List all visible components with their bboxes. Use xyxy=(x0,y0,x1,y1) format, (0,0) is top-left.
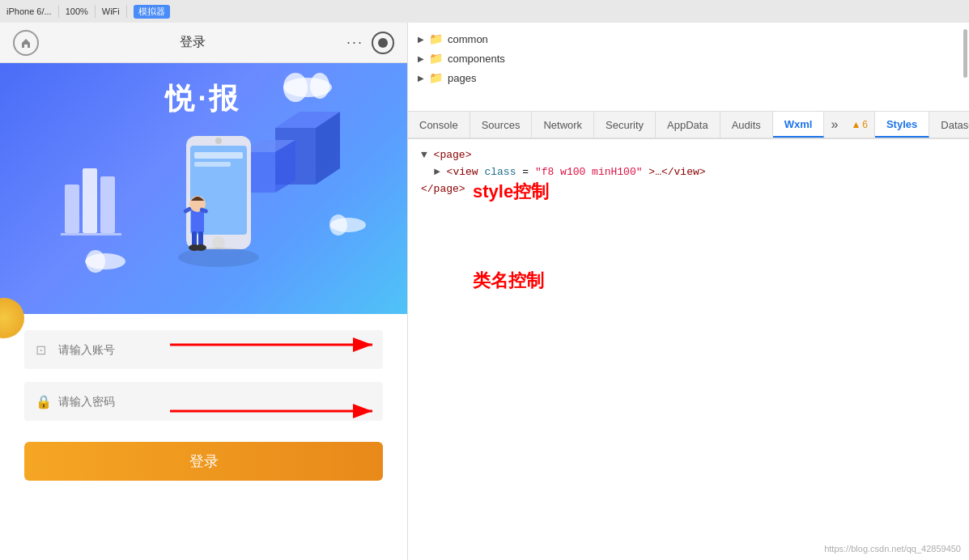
tab-more[interactable]: » xyxy=(824,112,844,138)
svg-rect-19 xyxy=(194,152,243,159)
record-button[interactable] xyxy=(372,32,394,54)
hero-illustration xyxy=(0,63,407,314)
login-form-area: ⊡ 🔒 登录 xyxy=(0,314,407,560)
tab-label: Sources xyxy=(482,119,521,131)
svg-rect-7 xyxy=(83,168,97,233)
tab-appdata[interactable]: AppData xyxy=(656,112,720,138)
mode-label[interactable]: 模拟器 xyxy=(134,5,170,19)
svg-point-12 xyxy=(310,73,329,99)
code-line-2: ► <view class = "f8 w100 minH100" >…</vi… xyxy=(421,164,956,181)
folder-name: components xyxy=(448,53,505,65)
phone-app: 悦·报 xyxy=(0,63,407,560)
home-button[interactable] xyxy=(13,30,39,56)
attr-value: "f8 w100 minH100" xyxy=(535,166,643,178)
tab-label: AppData xyxy=(667,119,708,131)
separator xyxy=(58,5,59,18)
folder-name: common xyxy=(448,33,488,45)
phone-header: 登录 ··· xyxy=(0,23,407,63)
hero-banner: 悦·报 xyxy=(0,63,407,314)
code-area: ▼ <page> ► <view class = "f8 w100 minH10… xyxy=(408,139,969,560)
record-inner xyxy=(378,38,388,48)
page-title: 登录 xyxy=(180,34,206,51)
svg-rect-9 xyxy=(61,233,121,235)
separator xyxy=(95,5,96,18)
account-input[interactable] xyxy=(24,330,383,369)
svg-point-31 xyxy=(195,244,206,251)
expand-arrow: ▶ xyxy=(418,54,424,63)
svg-rect-24 xyxy=(191,209,204,233)
svg-point-11 xyxy=(283,73,308,102)
expand-arrow: ▶ xyxy=(418,35,424,44)
zoom-label[interactable]: 100% xyxy=(66,6,88,16)
warning-icon: ▲ xyxy=(851,119,861,130)
tab-label: Security xyxy=(606,119,644,131)
devtools-tabs: Console Sources Network Security AppData… xyxy=(408,112,969,139)
tag-close-page: </page> xyxy=(421,183,465,195)
main-area: 登录 ··· 悦·报 xyxy=(0,23,969,560)
svg-point-14 xyxy=(86,250,105,273)
tab-label: Network xyxy=(543,119,582,131)
code-line-1: ▼ <page> xyxy=(421,147,956,164)
tab-console[interactable]: Console xyxy=(408,112,470,138)
tab-audits[interactable]: Audits xyxy=(720,112,773,138)
tab-label: Dataset xyxy=(941,119,969,131)
folder-icon: 📁 xyxy=(429,71,443,84)
phone-panel: 登录 ··· 悦·报 xyxy=(0,23,407,560)
tab-label: Audits xyxy=(732,119,761,131)
network-label[interactable]: WiFi xyxy=(102,6,120,16)
file-tree: ▶ 📁 common ▶ 📁 components ▶ 📁 pages xyxy=(408,23,969,112)
tab-label: Styles xyxy=(886,118,917,130)
device-label[interactable]: iPhone 6/... xyxy=(6,6,52,16)
tab-sources[interactable]: Sources xyxy=(470,112,533,138)
warning-count: 6 xyxy=(862,119,868,130)
svg-point-22 xyxy=(212,236,225,249)
devtools-panel: ▶ 📁 common ▶ 📁 components ▶ 📁 pages Cons… xyxy=(407,23,969,560)
password-input-group: 🔒 xyxy=(24,382,383,421)
folder-icon: 📁 xyxy=(429,52,443,65)
svg-point-23 xyxy=(178,248,259,267)
expand-arrow: ▶ xyxy=(418,74,424,83)
top-bar: iPhone 6/... 100% WiFi 模拟器 xyxy=(0,0,969,23)
phone-header-actions: ··· xyxy=(346,32,394,54)
collapse-triangle[interactable]: ▼ xyxy=(421,149,434,161)
scrollbar-thumb[interactable] xyxy=(963,29,967,78)
tab-label: Wxml xyxy=(784,118,813,130)
tag-close: > xyxy=(465,149,472,161)
folder-name: pages xyxy=(448,72,476,84)
password-input[interactable] xyxy=(24,382,383,421)
login-button[interactable]: 登录 xyxy=(24,442,383,481)
tab-styles[interactable]: Styles xyxy=(875,112,929,138)
account-input-group: ⊡ xyxy=(24,330,383,369)
lock-icon: 🔒 xyxy=(36,394,52,409)
account-icon: ⊡ xyxy=(36,342,46,358)
tab-network[interactable]: Network xyxy=(532,112,594,138)
tree-item-pages[interactable]: ▶ 📁 pages xyxy=(408,68,969,87)
tree-item-common[interactable]: ▶ 📁 common xyxy=(408,29,969,49)
tab-dataset[interactable]: Dataset xyxy=(929,112,969,138)
home-icon xyxy=(20,37,32,49)
svg-rect-20 xyxy=(194,162,231,167)
svg-point-16 xyxy=(329,214,347,235)
tab-warnings[interactable]: ▲ 6 xyxy=(844,112,874,138)
separator xyxy=(126,5,127,18)
tag-name: view xyxy=(453,166,478,178)
svg-point-21 xyxy=(215,138,222,144)
svg-rect-6 xyxy=(65,185,79,233)
tab-label: Console xyxy=(419,119,458,131)
code-line-3: </page> xyxy=(421,181,956,198)
more-button[interactable]: ··· xyxy=(346,34,363,51)
tab-wxml[interactable]: Wxml xyxy=(773,112,825,138)
watermark: https://blog.csdn.net/qq_42859450 xyxy=(824,544,961,554)
tab-security[interactable]: Security xyxy=(594,112,656,138)
svg-rect-8 xyxy=(100,176,115,233)
expand-triangle[interactable]: ► xyxy=(434,166,447,178)
tree-item-components[interactable]: ▶ 📁 components xyxy=(408,49,969,68)
tag-name: page xyxy=(440,149,465,161)
folder-icon: 📁 xyxy=(429,32,443,45)
attr-name: class xyxy=(484,166,516,178)
tag-rest: >…</view> xyxy=(648,166,705,178)
